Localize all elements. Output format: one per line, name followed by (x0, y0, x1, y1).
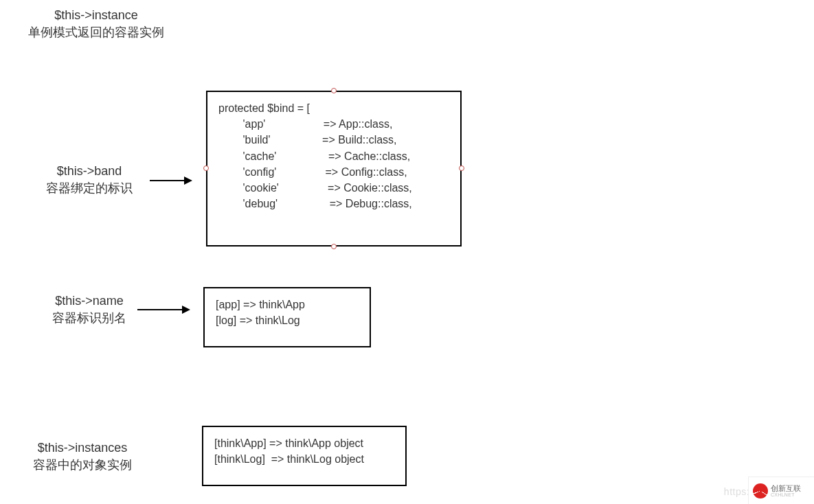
label-name-var: $this->name (21, 293, 158, 310)
arrow-bind (150, 180, 191, 181)
label-instances-desc: 容器中的对象实例 (14, 457, 151, 474)
handle-top (331, 88, 337, 93)
label-instance: $this->instance 单例模式返回的容器实例 (27, 7, 165, 41)
box-bind-code: protected $bind = [ 'app' => App::class,… (218, 100, 449, 211)
box-instances-code: [think\App] => think\App object [think\L… (214, 435, 394, 467)
logo-icon (753, 483, 768, 499)
label-bind-desc: 容器绑定的标识 (21, 180, 158, 197)
logo-sub: CXHLNET (771, 492, 801, 497)
label-instances-var: $this->instances (14, 439, 151, 457)
logo-name: 创新互联 (771, 484, 801, 492)
label-bind: $this->band 容器绑定的标识 (21, 163, 158, 197)
handle-left (203, 165, 209, 171)
box-instances: [think\App] => think\App object [think\L… (202, 426, 407, 486)
label-instances: $this->instances 容器中的对象实例 (14, 439, 151, 474)
label-bind-var: $this->band (21, 163, 158, 180)
box-name: [app] => think\App [log] => think\Log (203, 287, 371, 347)
label-name-desc: 容器标识别名 (21, 310, 158, 327)
logo-badge: 创新互联 CXHLNET (748, 477, 814, 504)
handle-right (459, 165, 464, 171)
logo-text-wrap: 创新互联 CXHLNET (771, 484, 801, 497)
handle-bottom (331, 244, 337, 249)
label-instance-desc: 单例模式返回的容器实例 (27, 24, 165, 41)
arrow-name (137, 309, 189, 310)
box-bind: protected $bind = [ 'app' => App::class,… (206, 91, 462, 247)
box-name-code: [app] => think\App [log] => think\Log (216, 297, 359, 328)
label-instance-var: $this->instance (27, 7, 165, 24)
